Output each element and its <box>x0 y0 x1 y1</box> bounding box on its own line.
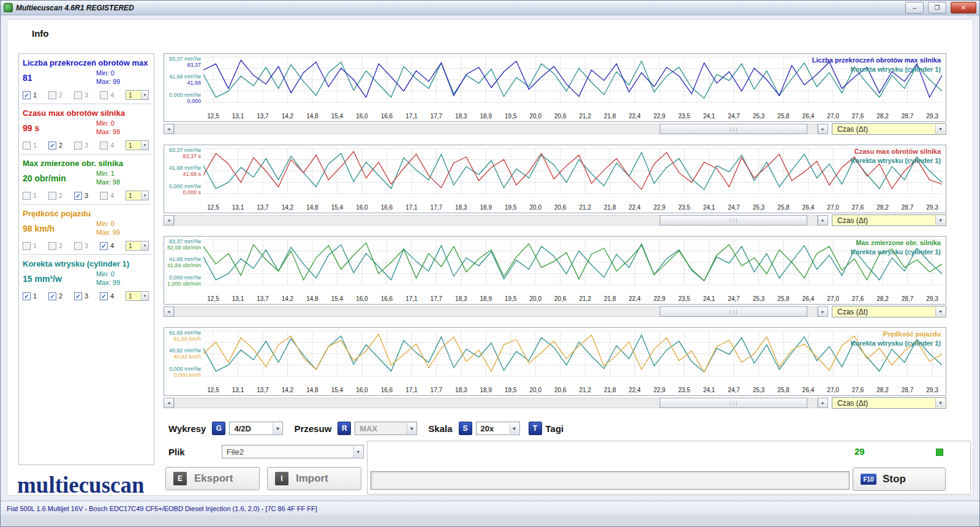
channel-checkbox[interactable]: ✓ <box>48 142 56 150</box>
x-axis-labels: 12,513,113,714,214,815,416,016,617,117,7… <box>203 295 942 303</box>
channel-checkbox[interactable] <box>23 142 31 150</box>
scrollbar-thumb[interactable]: ||| <box>660 398 807 408</box>
channel-checkbox[interactable]: ✓ <box>23 91 31 99</box>
channel-checkbox[interactable]: ✓ <box>48 292 56 300</box>
x-tick-label: 24,1 <box>703 113 715 119</box>
scroll-left-button[interactable]: ◂ <box>164 215 174 226</box>
przesuw-dropdown[interactable]: MAX ▾ <box>355 422 417 435</box>
file-dropdown[interactable]: File2 ▾ <box>222 445 364 458</box>
x-tick-label: 25,8 <box>777 387 789 393</box>
channel-style-combo[interactable]: 1▾ <box>126 90 149 100</box>
channel-checkbox[interactable] <box>100 192 108 200</box>
x-tick-label: 18,3 <box>455 204 467 211</box>
time-axis-combo[interactable]: Czas (Δt)▾ <box>832 397 946 409</box>
channel-checkbox[interactable]: ✓ <box>74 192 82 200</box>
channel-checkbox[interactable]: ✓ <box>23 292 31 300</box>
close-button[interactable]: ✕ <box>951 2 976 13</box>
param-minmax: Min: 0Max: 99 <box>96 270 150 287</box>
time-axis-combo-value: Czas (Δt) <box>837 308 868 316</box>
scroll-right-button[interactable]: ▸ <box>818 398 828 408</box>
channel-checkbox[interactable] <box>48 91 56 99</box>
channel-checkbox[interactable] <box>23 242 31 250</box>
channel-checkbox[interactable]: ✓ <box>74 292 82 300</box>
channel-style-combo[interactable]: 1▾ <box>126 140 149 150</box>
x-tick-label: 16,6 <box>381 295 393 302</box>
channel-checkbox[interactable] <box>74 242 82 250</box>
channel-checkbox[interactable] <box>48 192 56 200</box>
channel-style-combo[interactable]: 1▾ <box>126 291 149 301</box>
scrollbar-thumb[interactable]: ||| <box>660 215 807 226</box>
scroll-left-button[interactable]: ◂ <box>164 398 174 408</box>
tagi-label[interactable]: Tagi <box>546 423 564 434</box>
channel-style-combo[interactable]: 1▾ <box>126 241 149 251</box>
legend-entry: Max zmierzone obr. silnika <box>851 238 941 248</box>
channel-check-wrap: 3 <box>74 142 98 150</box>
channel-style-combo[interactable]: 1▾ <box>126 191 149 200</box>
x-tick-label: 24,7 <box>728 113 739 119</box>
scrollbar-track[interactable]: ||| <box>174 215 818 226</box>
channel-checkbox[interactable]: ✓ <box>100 292 108 300</box>
y-axis-unit-label: 41,68 mm³/w <box>164 256 201 262</box>
x-tick-label: 19,5 <box>505 113 516 119</box>
x-tick-label: 17,7 <box>431 113 442 119</box>
y-axis-label: 83,37 mm³/w83,37 <box>164 56 201 68</box>
scrollbar-track[interactable]: ||| <box>174 124 818 134</box>
param-group: Korekta wtrysku (cylinder 1)15 mm³/wMin:… <box>21 256 151 303</box>
maximize-button[interactable]: ❐ <box>928 2 946 13</box>
minimize-button[interactable]: – <box>905 2 924 13</box>
scroll-right-button[interactable]: ▸ <box>818 124 828 134</box>
import-button[interactable]: I Import <box>267 467 361 490</box>
channel-checkbox[interactable]: ✓ <box>100 242 108 250</box>
channel-check-wrap: 2 <box>48 91 72 99</box>
channel-number-label: 4 <box>110 242 114 249</box>
x-axis-labels: 12,513,113,714,214,815,416,016,617,117,7… <box>203 113 942 121</box>
scrollbar-thumb[interactable]: ||| <box>660 306 807 317</box>
y-axis-param-label: 0,000 <box>164 98 201 104</box>
wykresy-dropdown[interactable]: 4/2D ▾ <box>229 422 283 435</box>
shortcut-s-badge: S <box>459 422 472 435</box>
legend-entry: Prędkość pojazdu <box>851 330 941 339</box>
scrollbar-track[interactable]: ||| <box>174 398 818 408</box>
param-max: Max: 99 <box>96 127 150 136</box>
x-tick-label: 22,4 <box>628 204 640 211</box>
param-value-row: 15 mm³/wMin: 0Max: 99 <box>23 270 150 287</box>
content-panel: Info Liczba przekroczeń obrotów max81Min… <box>7 19 973 496</box>
scrollbar-thumb[interactable]: ||| <box>660 124 807 134</box>
channel-check-wrap: 3 <box>74 242 98 250</box>
scroll-right-button[interactable]: ▸ <box>818 306 828 317</box>
scroll-left-button[interactable]: ◂ <box>164 124 174 134</box>
x-tick-label: 14,8 <box>306 387 318 393</box>
chart-block: 81,65 mm³/w81,65 km/h40,82 mm³/w40,82 km… <box>164 327 946 409</box>
scroll-right-button[interactable]: ▸ <box>818 215 828 226</box>
x-tick-label: 21,2 <box>579 295 591 302</box>
channel-checkbox[interactable] <box>100 142 108 150</box>
chart-plot <box>203 148 942 194</box>
stop-button[interactable]: F10 Stop <box>853 468 946 491</box>
channel-checkbox[interactable] <box>100 91 108 99</box>
time-axis-combo[interactable]: Czas (Δt)▾ <box>832 123 946 135</box>
y-axis-unit-label: 83,37 mm³/w <box>164 56 201 62</box>
scrollbar-track[interactable]: ||| <box>174 306 818 317</box>
x-tick-label: 18,3 <box>455 295 467 302</box>
x-tick-label: 22,4 <box>628 295 640 302</box>
channel-checkbox[interactable] <box>74 91 82 99</box>
export-button[interactable]: E Eksport <box>165 467 260 490</box>
channel-check-wrap: 4 <box>100 192 124 200</box>
export-button-label: Eksport <box>194 472 233 485</box>
x-tick-label: 21,2 <box>579 204 591 211</box>
time-axis-combo[interactable]: Czas (Δt)▾ <box>832 306 946 317</box>
y-axis-unit-label: 41,68 mm³/w <box>164 165 201 171</box>
channel-check-wrap: 2 <box>48 242 72 250</box>
skala-dropdown[interactable]: 20x ▾ <box>476 422 520 435</box>
channel-checkbox[interactable] <box>48 242 56 250</box>
channel-check-wrap: ✓2 <box>48 142 72 150</box>
time-axis-combo[interactable]: Czas (Δt)▾ <box>832 214 946 226</box>
channel-checkbox[interactable] <box>74 142 82 150</box>
x-tick-label: 14,8 <box>306 204 318 211</box>
scroll-left-button[interactable]: ◂ <box>164 306 174 317</box>
chart-panel: 83,37 mm³/w83,3741,68 mm³/w41,680,000 mm… <box>164 53 946 122</box>
channel-style-combo-value: 1 <box>129 92 132 99</box>
channel-checkbox[interactable] <box>23 192 31 200</box>
chevron-down-icon: ▾ <box>353 446 363 457</box>
channel-check-wrap: ✓3 <box>74 292 98 300</box>
